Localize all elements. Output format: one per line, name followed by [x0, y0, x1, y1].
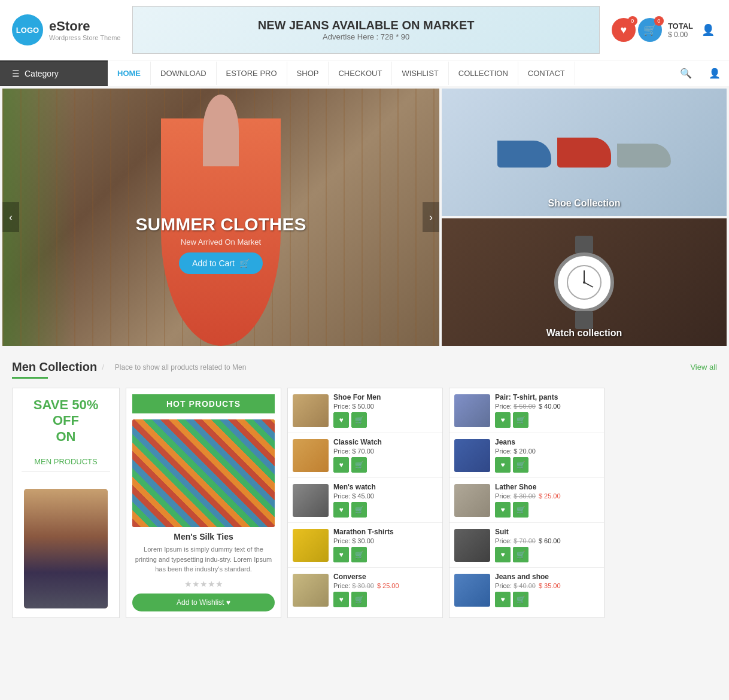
nav-estore-pro[interactable]: ESTORE PRO — [217, 62, 287, 85]
cart-button[interactable]: 🛒 0 — [638, 18, 662, 42]
nav-shop[interactable]: SHOP — [287, 62, 329, 85]
product-actions-lather: ♥ 🛒 — [495, 502, 599, 518]
wishlist-button[interactable]: ♥ 0 — [612, 18, 636, 42]
total-label: TOTAL — [668, 22, 693, 31]
site-tagline: Wordpress Store Theme — [49, 34, 120, 41]
product-row-shoes-for-men: Shoe For Men Price: $ 50.00 ♥ 🛒 — [288, 388, 442, 433]
product-price-shoes: Price: $ 50.00 — [333, 403, 438, 410]
shoes-display — [485, 126, 683, 179]
product-name-converse: Converse — [333, 573, 438, 581]
product-row-marathon: Marathon T-shirts Price: $ 30.00 ♥ 🛒 — [288, 523, 442, 568]
hero-section: SUMMER CLOTHES New Arrived On Market Add… — [0, 86, 729, 348]
nav-contact[interactable]: CONTACT — [518, 62, 575, 85]
product-rating: ★★★★★ — [132, 579, 275, 589]
site-name: eStore — [49, 19, 120, 34]
shoe-collection-banner[interactable]: Shoe Collection — [442, 89, 727, 216]
product-name-lather: Lather Shoe — [495, 483, 599, 491]
nav-collection[interactable]: COLLECTION — [449, 62, 518, 85]
cart-btn-lather[interactable]: 🛒 — [513, 502, 528, 518]
product-actions-mens-watch: ♥ 🛒 — [333, 502, 438, 518]
svg-point-3 — [583, 281, 585, 284]
navbar: ☰ Category HOME DOWNLOAD ESTORE PRO SHOP… — [0, 60, 729, 86]
cart-btn-jeans[interactable]: 🛒 — [513, 457, 528, 473]
hot-product-description: Lorem Ipsum is simply dummy text of the … — [132, 544, 275, 574]
nav-download[interactable]: DOWNLOAD — [151, 62, 217, 85]
search-icon[interactable]: 🔍 — [672, 60, 700, 86]
blue-shoe — [497, 141, 551, 168]
product-info-jeans: Jeans Price: $ 20.00 ♥ 🛒 — [495, 438, 599, 473]
nav-home[interactable]: HOME — [108, 62, 151, 85]
collection-grid: SAVE 50% OFF ON MEN PRODUCTS HOT PRODUCT… — [12, 388, 717, 618]
total-amount: $ 0.00 — [668, 31, 693, 39]
watch-band-bottom — [575, 311, 593, 329]
product-name-jeans-shoe: Jeans and shoe — [495, 573, 599, 581]
product-info-converse: Converse Price: $ 30.00$ 25.00 ♥ 🛒 — [333, 573, 438, 607]
wishlist-btn-jeans[interactable]: ♥ — [495, 457, 511, 473]
product-thumb-jeans-shoe — [454, 574, 490, 607]
hero-subtitle: New Arrived On Market — [2, 238, 439, 246]
promo-on-text: ON — [22, 429, 110, 445]
add-to-wishlist-button[interactable]: Add to Wishlist ♥ — [132, 594, 275, 611]
section-title: Men Collection — [12, 360, 97, 374]
watch-collection-banner[interactable]: Watch collection — [442, 218, 727, 346]
cart-btn-jeans-shoe[interactable]: 🛒 — [513, 592, 528, 607]
cart-btn-converse[interactable]: 🛒 — [351, 592, 367, 607]
wishlist-btn-jeans-shoe[interactable]: ♥ — [495, 592, 511, 607]
hero-title: SUMMER CLOTHES — [2, 214, 439, 235]
wishlist-btn-marathon[interactable]: ♥ — [333, 547, 349, 562]
view-all-link[interactable]: View all — [690, 363, 717, 372]
product-thumb-lather — [454, 484, 490, 517]
product-name-tshirt-pants: Pair: T-shirt, pants — [495, 393, 599, 401]
nav-wishlist[interactable]: WISHLIST — [392, 62, 448, 85]
wishlist-btn-converse[interactable]: ♥ — [333, 592, 349, 607]
hero-next-button[interactable]: › — [423, 202, 439, 232]
product-info-jeans-shoe: Jeans and shoe Price: $ 40.00$ 35.00 ♥ 🛒 — [495, 573, 599, 607]
product-info-mens-watch: Men's watch Price: $ 45.00 ♥ 🛒 — [333, 483, 438, 518]
cart-btn-shoes[interactable]: 🛒 — [351, 412, 367, 428]
cart-btn-suit[interactable]: 🛒 — [513, 547, 528, 562]
product-price-jeans: Price: $ 20.00 — [495, 448, 599, 455]
product-info-suit: Suit Price: $ 70.00$ 60.00 ♥ 🛒 — [495, 528, 599, 562]
product-name-mens-watch: Men's watch — [333, 483, 438, 491]
section-underline — [12, 377, 48, 379]
header-icons: ♥ 0 🛒 0 TOTAL $ 0.00 👤 — [612, 18, 717, 42]
product-name-jeans: Jeans — [495, 438, 599, 446]
wishlist-btn-shoes[interactable]: ♥ — [333, 412, 349, 428]
cart-btn-tshirt-pants[interactable]: 🛒 — [513, 412, 528, 428]
section-divider: / — [102, 363, 104, 372]
wishlist-btn-lather[interactable]: ♥ — [495, 502, 511, 518]
promo-card: SAVE 50% OFF ON MEN PRODUCTS — [12, 388, 120, 618]
product-actions-converse: ♥ 🛒 — [333, 592, 438, 607]
wishlist-btn-tshirt-pants[interactable]: ♥ — [495, 412, 511, 428]
product-price-jeans-shoe: Price: $ 40.00$ 35.00 — [495, 582, 599, 589]
cart-btn-mens-watch[interactable]: 🛒 — [351, 502, 367, 518]
product-row-tshirt-pants: Pair: T-shirt, pants Price: $ 50.00$ 40.… — [449, 388, 604, 433]
cart-btn-marathon[interactable]: 🛒 — [351, 547, 367, 562]
user-icon[interactable]: 👤 — [699, 21, 717, 39]
product-thumb-suit — [454, 529, 490, 562]
category-label: Category — [25, 69, 59, 78]
red-shoe — [557, 138, 611, 168]
product-row-converse: Converse Price: $ 30.00$ 25.00 ♥ 🛒 — [288, 568, 442, 612]
hero-add-to-cart-button[interactable]: Add to Cart 🛒 — [179, 252, 263, 274]
nav-user-icon[interactable]: 👤 — [700, 60, 729, 86]
wishlist-btn-suit[interactable]: ♥ — [495, 547, 511, 562]
product-row-classic-watch: Classic Watch Price: $ 70.00 ♥ 🛒 — [288, 433, 442, 478]
product-row-mens-watch: Men's watch Price: $ 45.00 ♥ 🛒 — [288, 478, 442, 523]
product-price-marathon: Price: $ 30.00 — [333, 537, 438, 544]
section-description: Place to show all products related to Me… — [115, 363, 246, 372]
product-thumb-shoes — [293, 394, 329, 427]
hero-prev-button[interactable]: ‹ — [2, 202, 19, 232]
nav-checkout[interactable]: CHECKOUT — [329, 62, 392, 85]
category-button[interactable]: ☰ Category — [0, 62, 108, 86]
add-to-cart-label: Add to Cart — [192, 258, 235, 268]
cart-badge: 0 — [654, 16, 664, 26]
wishlist-btn-watch[interactable]: ♥ — [333, 457, 349, 473]
product-info-marathon: Marathon T-shirts Price: $ 30.00 ♥ 🛒 — [333, 528, 438, 562]
product-actions-marathon: ♥ 🛒 — [333, 547, 438, 562]
wishlist-btn-mens-watch[interactable]: ♥ — [333, 502, 349, 518]
product-price-mens-watch: Price: $ 45.00 — [333, 492, 438, 500]
cart-btn-watch[interactable]: 🛒 — [351, 457, 367, 473]
product-row-jeans: Jeans Price: $ 20.00 ♥ 🛒 — [449, 433, 604, 478]
product-price-suit: Price: $ 70.00$ 60.00 — [495, 537, 599, 544]
